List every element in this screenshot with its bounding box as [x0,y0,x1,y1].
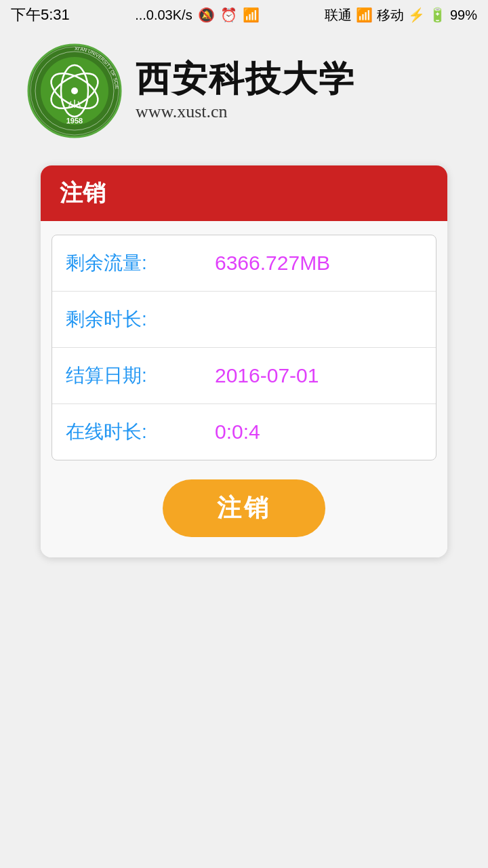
value-online: 0:0:4 [215,420,260,443]
university-name-block: 西安科技大学 www.xust.cn [136,60,355,121]
university-name-cn: 西安科技大学 [136,60,355,98]
network-speed: ...0.03K/s [135,7,192,23]
status-bar: 下午5:31 ...0.03K/s 🔕 ⏰ 📶 联通 📶 移动 ⚡ 🔋 99% [0,0,488,30]
label-duration: 剩余时长: [66,307,201,332]
card-body: 剩余流量: 6366.727MB 剩余时长: 结算日期: 2016-07-01 … [41,221,447,557]
page-header: XI'AN UNIVERSITY OF SCIENCE & TECHNOLOGY… [0,30,488,152]
svg-point-8 [71,87,78,94]
value-date: 2016-07-01 [215,364,319,387]
info-row-traffic: 剩余流量: 6366.727MB [52,235,436,292]
info-table: 剩余流量: 6366.727MB 剩余时长: 结算日期: 2016-07-01 … [52,235,436,460]
university-logo: XI'AN UNIVERSITY OF SCIENCE & TECHNOLOGY… [27,43,122,138]
mute-icon: 🔕 [198,7,215,23]
card-header: 注销 [41,165,447,221]
status-time: 下午5:31 [11,5,70,25]
label-online: 在线时长: [66,419,201,445]
battery-icon: 🔋 [429,7,446,23]
carrier2-label: 移动 [377,6,404,24]
label-traffic: 剩余流量: [66,250,201,276]
charging-icon: ⚡ [408,7,425,23]
signal-icon: 📶 [356,7,373,23]
status-right: 联通 📶 移动 ⚡ 🔋 99% [325,6,477,24]
university-url: www.xust.cn [136,102,355,122]
svg-text:1958: 1958 [66,117,83,125]
main-card: 注销 剩余流量: 6366.727MB 剩余时长: 结算日期: 2016-07-… [41,165,447,557]
wifi-icon: 📶 [243,7,260,23]
logout-button[interactable]: 注销 [163,479,325,537]
svg-rect-9 [74,100,75,108]
info-row-date: 结算日期: 2016-07-01 [52,348,436,404]
battery-percent: 99% [450,7,477,23]
status-network: ...0.03K/s 🔕 ⏰ 📶 [135,7,260,23]
label-date: 结算日期: [66,363,201,389]
value-traffic: 6366.727MB [215,252,330,275]
info-row-online: 在线时长: 0:0:4 [52,404,436,460]
info-row-duration: 剩余时长: [52,292,436,348]
carrier-label: 联通 [325,6,352,24]
alarm-icon: ⏰ [220,7,237,23]
card-title: 注销 [60,180,106,205]
